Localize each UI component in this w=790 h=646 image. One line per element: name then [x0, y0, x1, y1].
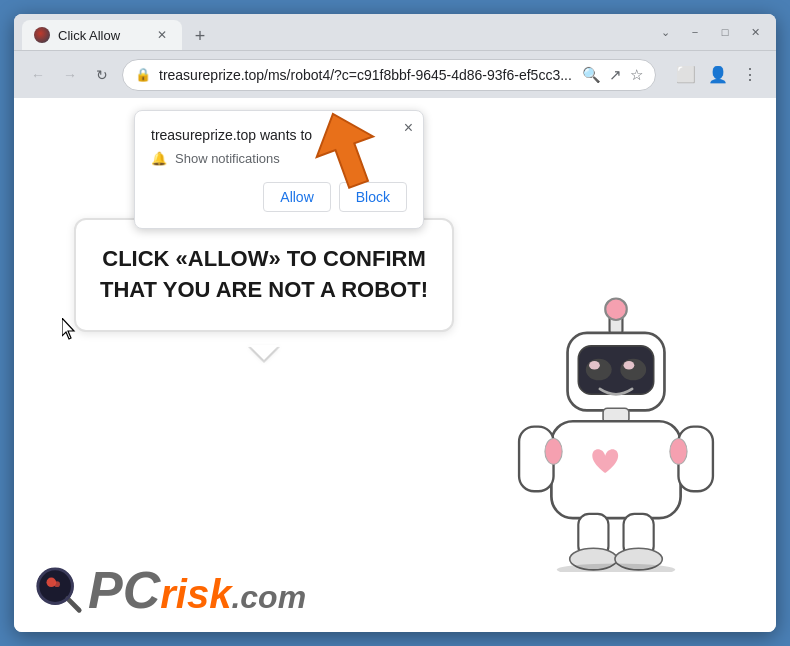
svg-point-10 — [624, 361, 635, 370]
share-icon[interactable]: ↗ — [609, 66, 622, 84]
search-icon[interactable]: 🔍 — [582, 66, 601, 84]
window-controls: ⌄ − □ ✕ — [652, 23, 768, 41]
active-tab[interactable]: Click Allow ✕ — [22, 20, 182, 50]
pcrisk-logo: PC risk .com — [34, 564, 306, 616]
tab-close-button[interactable]: ✕ — [154, 27, 170, 43]
speech-bubble: CLICK «ALLOW» TO CONFIRM THAT YOU ARE NO… — [74, 218, 454, 332]
svg-line-25 — [68, 599, 80, 611]
bookmark-icon[interactable]: ☆ — [630, 66, 643, 84]
logo-full-text: PC risk .com — [88, 564, 306, 616]
tab-title: Click Allow — [58, 28, 146, 43]
svg-point-7 — [586, 359, 612, 381]
maximize-button[interactable]: □ — [712, 23, 738, 41]
svg-point-16 — [670, 438, 687, 464]
lock-icon: 🔒 — [135, 67, 151, 82]
profile-button[interactable]: 👤 — [704, 61, 732, 89]
tab-favicon — [34, 27, 50, 43]
toolbar-icons: ⬜ 👤 ⋮ — [672, 61, 764, 89]
show-notifications-label: Show notifications — [175, 151, 280, 166]
url-text: treasureprize.top/ms/robot4/?c=c91f8bbf-… — [159, 67, 574, 83]
close-button[interactable]: ✕ — [742, 23, 768, 41]
robot-image — [506, 292, 736, 572]
bubble-text: CLICK «ALLOW» TO CONFIRM THAT YOU ARE NO… — [96, 244, 432, 306]
page-content: × treasureprize.top wants to 🔔 Show noti… — [14, 98, 776, 632]
minimize-button[interactable]: − — [682, 23, 708, 41]
forward-button[interactable]: → — [58, 63, 82, 87]
chevron-icon: ⌄ — [652, 23, 678, 41]
refresh-button[interactable]: ↻ — [90, 63, 114, 87]
logo-pc-text: PC — [88, 564, 160, 616]
svg-marker-1 — [305, 104, 387, 195]
url-bar[interactable]: 🔒 treasureprize.top/ms/robot4/?c=c91f8bb… — [122, 59, 656, 91]
svg-point-15 — [545, 438, 562, 464]
bell-icon: 🔔 — [151, 151, 167, 166]
popup-close-button[interactable]: × — [404, 119, 413, 137]
title-bar: Click Allow ✕ + ⌄ − □ ✕ — [14, 14, 776, 50]
svg-marker-2 — [62, 318, 74, 339]
menu-button[interactable]: ⋮ — [736, 61, 764, 89]
svg-point-8 — [620, 359, 646, 381]
extensions-button[interactable]: ⬜ — [672, 61, 700, 89]
svg-point-24 — [54, 581, 60, 587]
address-bar: ← → ↻ 🔒 treasureprize.top/ms/robot4/?c=c… — [14, 50, 776, 98]
browser-window: Click Allow ✕ + ⌄ − □ ✕ ← → ↻ 🔒 treasure… — [14, 14, 776, 632]
tab-area: Click Allow ✕ + — [22, 14, 652, 50]
logo-risk-text: risk — [160, 574, 231, 614]
logo-com-text: .com — [231, 581, 306, 613]
svg-point-4 — [605, 298, 627, 320]
svg-rect-12 — [551, 421, 680, 518]
mouse-cursor — [62, 318, 74, 338]
back-button[interactable]: ← — [26, 63, 50, 87]
logo-magnifier-icon — [34, 565, 84, 615]
svg-point-9 — [589, 361, 600, 370]
url-action-icons: 🔍 ↗ ☆ — [582, 66, 643, 84]
new-tab-button[interactable]: + — [186, 22, 214, 50]
